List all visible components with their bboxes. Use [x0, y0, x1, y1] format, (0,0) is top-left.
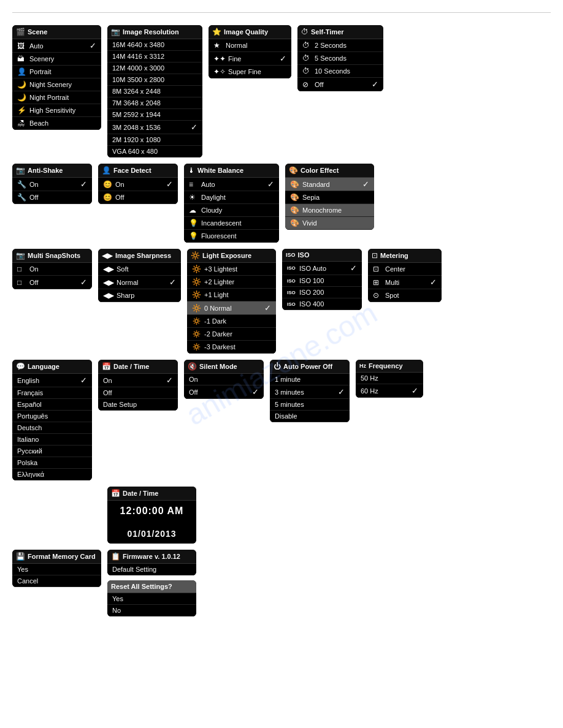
iso-auto[interactable]: ISO ISO Auto ✓: [282, 262, 362, 275]
exp-1-label: -1 Dark: [204, 317, 226, 325]
sharpness-sharp[interactable]: ◀▶ Sharp: [98, 289, 181, 302]
res-14m[interactable]: 14M 4416 x 3312: [107, 51, 202, 63]
lang-espanol[interactable]: Español: [12, 399, 92, 411]
exposure-2-lighter[interactable]: 🔆 +2 Lighter: [187, 276, 276, 289]
iso-400[interactable]: ISO ISO 400: [282, 298, 362, 310]
lang-francais[interactable]: Français: [12, 387, 92, 399]
timer-2s[interactable]: ⏱ 2 Seconds: [297, 39, 383, 52]
iso-100[interactable]: ISO ISO 100: [282, 275, 362, 287]
res-5m[interactable]: 5M 2592 x 1944: [107, 109, 202, 121]
timer-5s[interactable]: ⏱ 5 Seconds: [297, 52, 383, 65]
res-2m-label: 2M 1920 x 1080: [112, 136, 161, 143]
res-10m[interactable]: 10M 3500 x 2800: [107, 74, 202, 86]
wb-daylight[interactable]: ☀ Daylight: [184, 191, 279, 204]
lang-deutsch[interactable]: Deutsch: [12, 422, 92, 434]
multi-snap-on[interactable]: □ On: [12, 263, 92, 276]
reset-yes[interactable]: Yes: [107, 593, 196, 605]
scene-night-scenery[interactable]: 🌙 Night Scenery: [12, 78, 101, 91]
silent-off[interactable]: Off ✓: [184, 385, 264, 399]
color-vivid[interactable]: 🎨 Vivid: [285, 217, 374, 230]
res-8m[interactable]: 8M 3264 x 2448: [107, 86, 202, 97]
scene-portrait[interactable]: 👤 Portrait: [12, 66, 101, 78]
multi-snap-off[interactable]: □ Off ✓: [12, 276, 92, 289]
default-setting[interactable]: Default Setting: [107, 564, 196, 575]
metering-center[interactable]: ⊡ Center: [368, 263, 442, 276]
silent-on[interactable]: On: [184, 374, 264, 385]
anti-shake-on[interactable]: 🔧 On ✓: [12, 178, 92, 191]
scene-menu: 🎬 Scene 🖼 Auto ✓ 🏔 Scenery 👤 Portrait 🌙 …: [12, 25, 101, 130]
wb-auto[interactable]: ≡ Auto ✓: [184, 178, 279, 191]
res-16m[interactable]: 16M 4640 x 3480: [107, 39, 202, 51]
date-display: 01/01/2013: [107, 524, 196, 544]
exposure-1-light[interactable]: 🔆 +1 Light: [187, 289, 276, 301]
timer-off[interactable]: ⊘ Off ✓: [297, 78, 383, 91]
metering-multi[interactable]: ⊞ Multi ✓: [368, 276, 442, 289]
sharpness-normal-label: Normal: [117, 279, 138, 286]
scene-auto[interactable]: 🖼 Auto ✓: [12, 39, 101, 53]
lang-portugues-label: Português: [17, 412, 48, 420]
lang-greek[interactable]: Ελληνικά: [12, 469, 92, 480]
power-1min[interactable]: 1 minute: [270, 374, 350, 385]
lang-polska[interactable]: Polska: [12, 457, 92, 469]
color-standard[interactable]: 🎨 Standard ✓: [285, 178, 374, 191]
metering-spot[interactable]: ⊙ Spot: [368, 289, 442, 302]
scene-beach[interactable]: 🏖 Beach: [12, 117, 101, 130]
wb-incandescent[interactable]: 💡 Incandescent: [184, 217, 279, 230]
exposure-0-normal[interactable]: 🔆 0 Normal ✓: [187, 301, 276, 315]
multi-snapshots-menu: 📷 Multi SnapShots □ On □ Off ✓: [12, 249, 92, 289]
face-detect-on[interactable]: 😊 On ✓: [98, 178, 178, 191]
exp-3-icon: 🔅: [192, 343, 202, 351]
power-5min[interactable]: 5 minutes: [270, 399, 350, 411]
power-3min[interactable]: 3 minutes ✓: [270, 385, 350, 399]
wb-auto-check: ✓: [267, 180, 274, 189]
exposure-neg3-darkest[interactable]: 🔅 -3 Darkest: [187, 341, 276, 354]
scene-scenery[interactable]: 🏔 Scenery: [12, 53, 101, 66]
res-vga[interactable]: VGA 640 x 480: [107, 146, 202, 157]
power-disable[interactable]: Disable: [270, 411, 350, 422]
quality-normal[interactable]: ★ Normal: [209, 39, 291, 52]
frequency-header: Hz Frequency: [356, 360, 423, 373]
lang-english[interactable]: English ✓: [12, 374, 92, 387]
exposure-neg1-dark[interactable]: 🔅 -1 Dark: [187, 315, 276, 328]
timer-10s[interactable]: ⏱ 10 Seconds: [297, 65, 383, 78]
lang-italiano[interactable]: Italiano: [12, 434, 92, 446]
scene-high-sensitivity[interactable]: ⚡ High Sensitivity: [12, 104, 101, 117]
scene-night-portrait[interactable]: 🌙 Night Portrait: [12, 91, 101, 104]
res-2m[interactable]: 2M 1920 x 1080: [107, 134, 202, 146]
anti-shake-off[interactable]: 🔧 Off: [12, 191, 92, 204]
res-3m[interactable]: 3M 2048 x 1536 ✓: [107, 121, 202, 134]
wb-cloudy[interactable]: ☁ Cloudy: [184, 204, 279, 217]
freq-60hz[interactable]: 60 Hz ✓: [356, 384, 423, 398]
sharpness-soft[interactable]: ◀▶ Soft: [98, 263, 181, 276]
auto-power-off-menu: ⏻ Auto Power Off 1 minute 3 minutes ✓ 5 …: [270, 360, 350, 422]
format-cancel[interactable]: Cancel: [12, 575, 101, 587]
wb-fluorescent[interactable]: 💡 Fluorescent: [184, 230, 279, 243]
resolution-header: 📷 Image Resolution: [107, 25, 202, 39]
quality-fine[interactable]: ✦✦ Fine ✓: [209, 52, 291, 66]
color-monochrome[interactable]: 🎨 Monochrome: [285, 204, 374, 217]
lang-russian[interactable]: Русский: [12, 446, 92, 457]
exposure-3-lightest[interactable]: 🔆 +3 Lightest: [187, 263, 276, 276]
lang-portugues[interactable]: Português: [12, 411, 92, 422]
quality-superfine[interactable]: ✦✧ Super Fine: [209, 66, 291, 78]
color-sepia[interactable]: 🎨 Sepia: [285, 191, 374, 204]
exposure-neg2-darker[interactable]: 🔅 -2 Darker: [187, 328, 276, 341]
format-yes[interactable]: Yes: [12, 564, 101, 575]
white-balance-header: 🌡 White Balance: [184, 164, 279, 178]
dt-off[interactable]: Off: [98, 387, 178, 399]
dt-setup-label: Date Setup: [103, 401, 137, 408]
quality-header: ⭐ Image Quality: [209, 25, 291, 39]
color-standard-check: ✓: [362, 180, 369, 189]
face-detect-off[interactable]: 😊 Off: [98, 191, 178, 204]
sharpness-normal[interactable]: ◀▶ Normal ✓: [98, 276, 181, 289]
res-12m[interactable]: 12M 4000 x 3000: [107, 63, 202, 74]
res-7m[interactable]: 7M 3648 x 2048: [107, 97, 202, 109]
iso-200[interactable]: ISO ISO 200: [282, 287, 362, 298]
freq-50hz[interactable]: 50 Hz: [356, 373, 423, 384]
date-time-header: 📅 Date / Time: [98, 360, 178, 374]
dt-on[interactable]: On ✓: [98, 374, 178, 387]
reset-no[interactable]: No: [107, 605, 196, 616]
resolution-title: Image Resolution: [123, 28, 179, 36]
dt-setup[interactable]: Date Setup: [98, 399, 178, 411]
exp-3-label: -3 Darkest: [204, 343, 236, 351]
